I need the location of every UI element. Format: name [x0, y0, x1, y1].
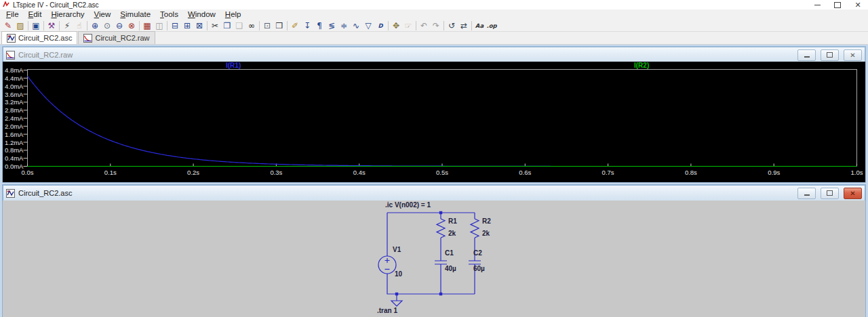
minimize-button[interactable]	[807, 0, 827, 9]
tile-vertically-button[interactable]: ⊞	[181, 20, 193, 32]
undo-button[interactable]: ↶	[418, 20, 430, 32]
y-axis-label: 3.2mA	[5, 98, 24, 106]
place-diode-icon: ▽	[365, 21, 371, 30]
menu-edit[interactable]: Edit	[24, 9, 47, 20]
spice-directive-button[interactable]: .op	[486, 20, 498, 32]
component-value[interactable]: 2k	[482, 230, 490, 237]
find-button[interactable]: ∞	[245, 20, 258, 32]
close-button[interactable]: ✕	[848, 0, 868, 9]
component-resistor-R2[interactable]: R2 2k	[471, 217, 491, 238]
cascade-windows-button[interactable]: ⊠	[193, 20, 205, 32]
schematic-drawing[interactable]: .ic V(n002) = 1 .tran 1 V1 10	[3, 200, 865, 317]
app-title-bar[interactable]: LTspice IV - Circuit_RC2.asc ✕	[0, 0, 868, 9]
spice-directive-tran[interactable]: .tran 1	[377, 307, 397, 314]
place-net-label-button[interactable]: ¶	[313, 20, 326, 32]
app-title: LTspice IV - Circuit_RC2.asc	[13, 1, 99, 9]
menu-file[interactable]: File	[1, 9, 24, 20]
place-inductor-button[interactable]: ∿	[350, 20, 362, 32]
zoom-in-icon: ⊕	[92, 21, 98, 30]
x-axis-label: 0.3s	[270, 169, 282, 176]
component-value[interactable]: 60µ	[473, 265, 485, 272]
open-file-button[interactable]: ▨	[14, 20, 26, 32]
component-capacitor-C2[interactable]: C2 60µ	[469, 249, 485, 272]
maximize-button[interactable]	[827, 0, 848, 9]
schematic-canvas[interactable]: .ic V(n002) = 1 .tran 1 V1 10	[3, 200, 865, 317]
control-panel-button[interactable]: ⚒	[45, 20, 58, 32]
halt-simulation-button[interactable]: ☝	[73, 20, 85, 32]
place-text-icon: Aa	[475, 21, 484, 30]
component-value[interactable]: 40µ	[445, 265, 456, 272]
menu-simulate[interactable]: Simulate	[115, 9, 155, 20]
menu-view[interactable]: View	[90, 9, 116, 20]
place-component-button[interactable]: D	[374, 20, 387, 32]
place-diode-button[interactable]: ▽	[362, 20, 374, 32]
menu-help[interactable]: Help	[220, 9, 246, 20]
mirror-button[interactable]: ⇄	[458, 20, 470, 32]
component-value[interactable]: 2k	[448, 230, 456, 237]
component-capacitor-C1[interactable]: C1 40µ	[435, 249, 456, 272]
waveform-plot-area[interactable]: I(R1)I(R2) 4.8mA4.4mA4.0mA3.6mA3.2mA2.8m…	[3, 62, 865, 182]
tab-waveform[interactable]: Circuit_RC2.raw	[78, 31, 155, 44]
component-voltage-source-V1[interactable]: V1 10	[378, 246, 403, 278]
waveform-close-button[interactable]: ✕	[844, 49, 862, 61]
print-button[interactable]: ❒	[273, 20, 285, 32]
show-grid-button[interactable]: ▦	[141, 20, 153, 32]
toolbar-separator	[167, 21, 167, 30]
ground-symbol[interactable]	[391, 294, 402, 306]
component-ref[interactable]: C1	[445, 249, 454, 257]
waveform-plot[interactable]: 4.8mA4.4mA4.0mA3.6mA3.2mA2.8mA2.4mA2.0mA…	[3, 62, 865, 182]
new-schematic-button[interactable]: ✎	[2, 20, 14, 32]
waveform-minimize-button[interactable]	[797, 49, 816, 61]
zoom-full-extents-button[interactable]: ⊗	[125, 20, 138, 32]
waveform-window-title-bar[interactable]: Circuit_RC2.raw ✕	[3, 47, 865, 63]
schematic-window-title-bar[interactable]: Circuit_RC2.asc ✕	[3, 185, 865, 201]
place-resistor-button[interactable]: ≶	[326, 20, 338, 32]
toolbar-separator	[416, 21, 416, 30]
waveform-restore-button[interactable]	[821, 49, 839, 61]
rotate-button[interactable]: ↺	[446, 20, 458, 32]
tab-schematic[interactable]: Circuit_RC2.asc	[1, 31, 77, 44]
draw-wire-button[interactable]: ✐	[289, 20, 301, 32]
component-resistor-R1[interactable]: R1 2k	[437, 217, 457, 238]
tab-bar: Circuit_RC2.asc Circuit_RC2.raw	[0, 32, 868, 45]
wires[interactable]	[387, 213, 475, 294]
copy-button[interactable]: ❐	[221, 20, 233, 32]
zoom-out-button[interactable]: ⊖	[113, 20, 125, 32]
save-button[interactable]: ▣	[30, 20, 42, 32]
menu-tools[interactable]: Tools	[155, 9, 183, 20]
place-capacitor-icon: ≑	[340, 21, 347, 30]
rotate-icon: ↺	[448, 21, 455, 30]
zoom-back-button[interactable]: ⊙	[101, 20, 113, 32]
menu-hierarchy[interactable]: Hierarchy	[46, 9, 89, 20]
place-capacitor-button[interactable]: ≑	[338, 20, 350, 32]
place-text-button[interactable]: Aa	[473, 20, 486, 32]
component-value[interactable]: 10	[395, 270, 403, 278]
schematic-restore-button[interactable]	[821, 188, 839, 199]
menu-window[interactable]: Window	[183, 9, 220, 20]
cascade-windows-icon: ⊠	[196, 21, 203, 30]
zoom-in-button[interactable]: ⊕	[89, 20, 101, 32]
zoom-back-icon: ⊙	[104, 21, 111, 30]
schematic-close-button[interactable]: ✕	[844, 188, 862, 199]
component-ref[interactable]: C2	[473, 249, 482, 257]
schematic-minimize-button[interactable]	[797, 188, 816, 199]
component-ref[interactable]: R1	[448, 217, 457, 225]
component-ref[interactable]: R2	[482, 217, 491, 225]
drag-button[interactable]: ☞	[402, 20, 414, 32]
mark-unconnected-button[interactable]: ◫	[153, 20, 165, 32]
paste-button[interactable]: ❑	[233, 20, 245, 32]
component-ref[interactable]: V1	[393, 246, 401, 253]
place-ground-button[interactable]: ↧	[301, 20, 313, 32]
y-axis-label: 3.6mA	[5, 91, 24, 98]
toolbar-separator	[87, 21, 87, 30]
toolbar-separator	[59, 21, 60, 30]
trace-IR1[interactable]	[28, 76, 857, 166]
move-button[interactable]: ✥	[390, 20, 402, 32]
print-preview-button[interactable]: ⊡	[261, 20, 273, 32]
run-simulation-button[interactable]: ⚡	[61, 20, 73, 32]
menu-bar: FileEditHierarchyViewSimulateToolsWindow…	[0, 9, 868, 20]
tile-horizontally-button[interactable]: ⊟	[169, 20, 181, 32]
redo-button[interactable]: ↷	[430, 20, 442, 32]
spice-directive-ic[interactable]: .ic V(n002) = 1	[385, 201, 431, 209]
cut-button[interactable]: ✂	[209, 20, 221, 32]
